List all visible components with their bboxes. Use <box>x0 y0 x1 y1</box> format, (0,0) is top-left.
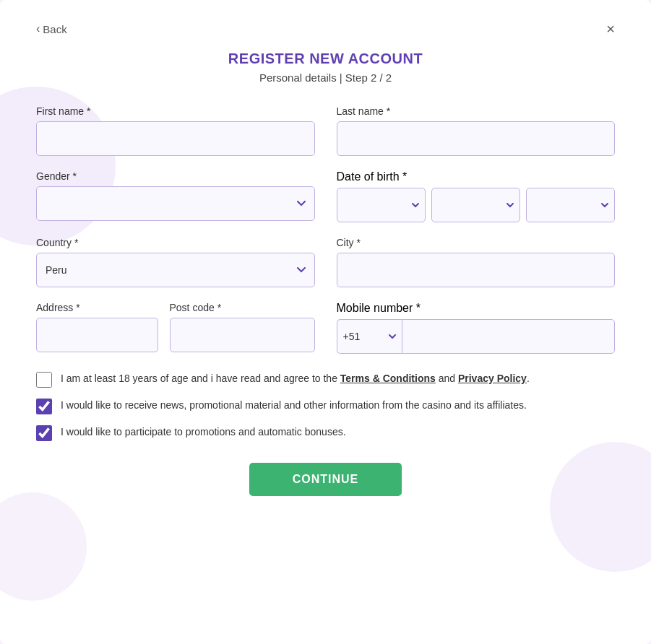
chevron-left-icon: ‹ <box>36 22 40 35</box>
promotions-checkbox-item: I would like to participate to promotion… <box>36 425 615 441</box>
terms-link[interactable]: Terms & Conditions <box>340 373 436 384</box>
top-nav: ‹ Back × <box>36 22 615 36</box>
news-checkbox[interactable] <box>36 399 52 414</box>
news-checkbox-item: I would like to receive news, promotiona… <box>36 398 615 414</box>
mobile-group: Mobile number * +51 <box>337 302 616 354</box>
dob-selects <box>337 188 616 222</box>
city-label: City * <box>337 237 616 248</box>
continue-button[interactable]: CONTINUE <box>249 463 402 496</box>
page-title: REGISTER NEW ACCOUNT <box>36 51 615 67</box>
last-name-label: Last name * <box>337 105 616 117</box>
promotions-label: I would like to participate to promotion… <box>61 425 346 440</box>
promotions-checkbox[interactable] <box>36 425 52 441</box>
city-group: City * <box>337 237 616 287</box>
back-button[interactable]: ‹ Back <box>36 22 67 35</box>
terms-checkbox[interactable] <box>36 372 52 388</box>
dob-day-select[interactable] <box>337 188 426 222</box>
address-row: Address * Post code * <box>36 302 315 354</box>
privacy-link[interactable]: Privacy Policy <box>458 373 527 384</box>
postcode-label: Post code * <box>170 302 315 313</box>
registration-form: First name * Last name * Gender * Male F… <box>36 105 615 496</box>
mobile-prefix-select[interactable]: +51 <box>337 319 402 354</box>
country-label: Country * <box>36 237 315 248</box>
last-name-group: Last name * <box>337 105 616 156</box>
first-name-label: First name * <box>36 105 315 117</box>
dob-year-select[interactable] <box>526 188 615 222</box>
register-modal: ‹ Back × REGISTER NEW ACCOUNT Personal d… <box>0 0 651 644</box>
address-label: Address * <box>36 302 158 313</box>
gender-group: Gender * Male Female Other <box>36 170 315 222</box>
terms-checkbox-item: I am at least 18 years of age and i have… <box>36 371 615 388</box>
terms-label: I am at least 18 years of age and i have… <box>61 371 530 386</box>
first-name-input[interactable] <box>36 121 315 156</box>
dob-label: Date of birth * <box>337 170 616 183</box>
continue-btn-container: CONTINUE <box>36 463 615 496</box>
news-label: I would like to receive news, promotiona… <box>61 398 527 413</box>
city-input[interactable] <box>337 253 616 287</box>
gender-label: Gender * <box>36 170 315 182</box>
checkboxes-section: I am at least 18 years of age and i have… <box>36 371 615 441</box>
address-input[interactable] <box>36 318 158 352</box>
postcode-group: Post code * <box>170 302 315 352</box>
gender-select[interactable]: Male Female Other <box>36 186 315 221</box>
page-header: REGISTER NEW ACCOUNT Personal details | … <box>36 51 615 84</box>
dob-month-select[interactable] <box>431 188 520 222</box>
page-subtitle: Personal details | Step 2 / 2 <box>36 71 615 84</box>
last-name-input[interactable] <box>337 121 616 156</box>
country-select[interactable]: Peru Other <box>36 253 315 287</box>
first-name-group: First name * <box>36 105 315 156</box>
mobile-number-input[interactable] <box>402 319 616 354</box>
back-label: Back <box>43 23 66 35</box>
address-group: Address * <box>36 302 158 352</box>
mobile-label: Mobile number * <box>337 302 616 315</box>
mobile-input-row: +51 <box>337 319 616 354</box>
close-button[interactable]: × <box>606 22 615 36</box>
country-group: Country * Peru Other <box>36 237 315 287</box>
close-icon: × <box>606 21 615 37</box>
dob-group: Date of birth * <box>337 170 616 222</box>
postcode-input[interactable] <box>170 318 315 352</box>
